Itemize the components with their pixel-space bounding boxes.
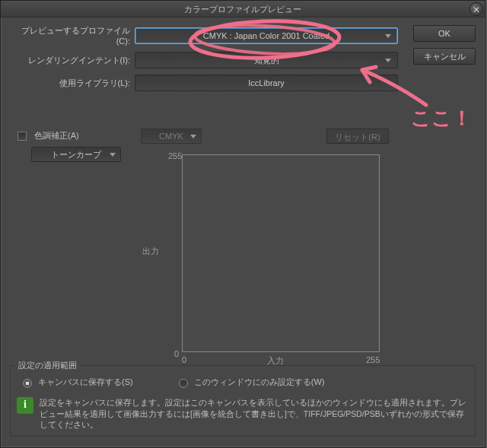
cancel-button[interactable]: キャンセル <box>413 48 476 65</box>
tone-correction-checkbox[interactable] <box>18 132 27 141</box>
close-icon[interactable]: ✕ <box>469 2 483 16</box>
chevron-down-icon <box>190 135 196 138</box>
reset-button: リセット(R) <box>326 129 389 144</box>
x-min: 0 <box>182 355 186 364</box>
scope-option-window[interactable]: このウィンドウにのみ設定する(W) <box>179 377 325 388</box>
tone-correction-label: 色調補正(A) <box>34 130 79 141</box>
chevron-down-icon <box>385 34 391 38</box>
scope-window-label: このウィンドウにのみ設定する(W) <box>194 377 325 386</box>
x-max: 255 <box>366 355 380 364</box>
library-label: 使用ライブラリ(L): <box>10 78 130 89</box>
chevron-down-icon <box>385 59 391 62</box>
radio-checked-icon <box>23 379 32 388</box>
y-axis-label: 出力 <box>142 246 159 257</box>
tone-curve-graph: 255 出力 0 0 入力 255 <box>153 154 381 367</box>
color-profile-preview-dialog: カラープロファイルプレビュー ✕ OK キャンセル プレビューするプロファイル(… <box>0 0 485 448</box>
graph-box[interactable] <box>182 154 380 352</box>
profile-value: CMYK : Japan Color 2001 Coated <box>203 31 329 40</box>
info-icon <box>17 397 33 414</box>
chevron-down-icon <box>110 153 116 157</box>
y-max: 255 <box>168 151 182 160</box>
scope-option-canvas[interactable]: キャンバスに保存する(S) <box>23 377 133 388</box>
profile-combo[interactable]: CMYK : Japan Color 2001 Coated <box>135 27 398 44</box>
colormode-combo: CMYK <box>141 129 202 144</box>
scope-info-text: 設定をキャンバスに保存します。設定はこのキャンバスを表示しているほかのウィンドウ… <box>40 397 469 430</box>
intent-combo[interactable]: 知覚的 <box>135 52 398 68</box>
titlebar: カラープロファイルプレビュー ✕ <box>1 1 485 17</box>
library-value: IccLibrary <box>248 78 285 87</box>
scope-canvas-label: キャンバスに保存する(S) <box>38 377 133 386</box>
library-combo[interactable]: IccLibrary <box>135 75 398 91</box>
dialog-title: カラープロファイルプレビュー <box>184 5 301 14</box>
tonecurve-value: トーンカーブ <box>51 150 101 159</box>
intent-label: レンダリングインテント(I): <box>10 55 130 66</box>
profile-label: プレビューするプロファイル(C): <box>10 25 130 46</box>
y-min: 0 <box>174 349 179 358</box>
ok-button[interactable]: OK <box>413 25 476 42</box>
intent-value: 知覚的 <box>254 56 279 65</box>
radio-unchecked-icon <box>179 379 188 388</box>
scope-group: 設定の適用範囲 キャンバスに保存する(S) このウィンドウにのみ設定する(W) … <box>10 365 476 437</box>
tonecurve-combo[interactable]: トーンカーブ <box>31 147 121 162</box>
scope-legend: 設定の適用範囲 <box>15 360 80 371</box>
colormode-value: CMYK <box>159 132 183 141</box>
